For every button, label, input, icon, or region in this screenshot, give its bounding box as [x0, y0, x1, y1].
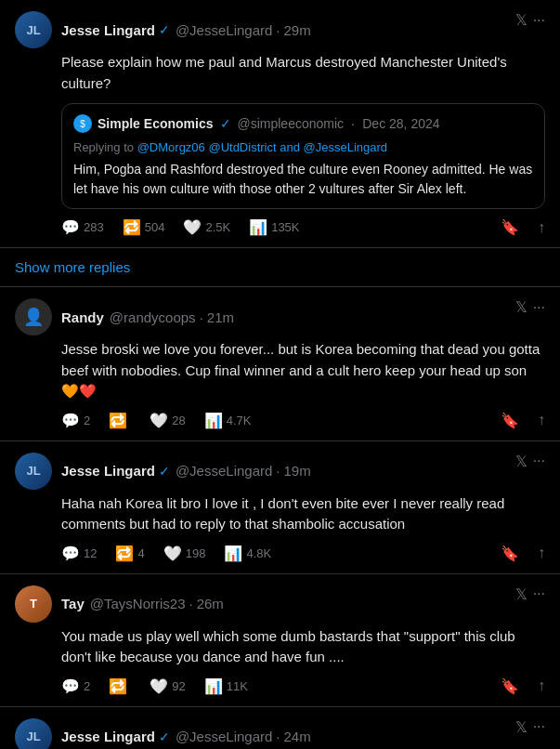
display-name: Jesse Lingard	[61, 463, 155, 479]
comment-stat[interactable]: 💬 283	[61, 218, 104, 236]
quoted-verified-icon: ✓	[220, 114, 231, 134]
x-icon: 𝕏	[515, 298, 527, 316]
views-icon: 📊	[204, 412, 223, 429]
views-count: 4.7K	[227, 414, 252, 427]
display-name: Jesse Lingard	[61, 22, 155, 38]
tweet-body: Jesse broski we love you forever... but …	[15, 339, 545, 402]
more-options-icon[interactable]: ···	[533, 453, 545, 469]
more-options-icon[interactable]: ···	[533, 12, 545, 29]
share-icon: ↑	[538, 545, 545, 561]
views-stat[interactable]: 📊 4.8K	[224, 545, 271, 562]
feed-container: JL Jesse Lingard ✓ @JesseLingard · 29m 𝕏…	[0, 0, 560, 749]
views-stat[interactable]: 📊 11K	[204, 677, 248, 695]
display-name: Tay	[61, 596, 85, 611]
like-stat[interactable]: 🤍 28	[150, 412, 185, 429]
tweet-header-left: JL Jesse Lingard ✓ @JesseLingard · 19m	[15, 453, 515, 490]
tweet-time: 21m	[207, 309, 234, 325]
user-info: Jesse Lingard ✓ @JesseLingard · 24m	[61, 729, 311, 744]
x-icon: 𝕏	[515, 585, 527, 603]
bookmark-stat[interactable]: 🔖	[501, 218, 519, 236]
tweet-header: JL Jesse Lingard ✓ @JesseLingard · 24m 𝕏…	[15, 718, 545, 750]
bookmark-stat[interactable]: 🔖	[501, 412, 519, 429]
x-icon: 𝕏	[515, 11, 527, 29]
show-more-replies[interactable]: Show more replies	[0, 248, 560, 287]
tweet-header: JL Jesse Lingard ✓ @JesseLingard · 19m 𝕏…	[15, 453, 545, 490]
retweet-count: 4	[137, 546, 144, 560]
more-options-icon[interactable]: ···	[533, 299, 545, 316]
share-stat[interactable]: ↑	[538, 677, 545, 694]
quoted-display-name: Simple Economics	[98, 114, 213, 134]
x-icon: 𝕏	[515, 718, 527, 736]
retweet-icon: 🔁	[109, 412, 127, 429]
retweet-stat[interactable]: 🔁 4	[115, 545, 144, 562]
share-stat[interactable]: ↑	[538, 412, 545, 428]
comment-count: 283	[84, 220, 104, 234]
like-stat[interactable]: 🤍 2.5K	[183, 218, 230, 236]
like-count: 2.5K	[205, 220, 230, 234]
display-name: Randy	[61, 309, 104, 325]
verified-icon: ✓	[159, 22, 170, 37]
retweet-stat[interactable]: 🔁	[109, 677, 131, 695]
bookmark-stat[interactable]: 🔖	[501, 677, 519, 695]
retweet-icon: 🔁	[123, 218, 141, 236]
like-stat[interactable]: 🤍 92	[150, 677, 185, 695]
comment-icon: 💬	[61, 218, 80, 236]
tweet-stats: 💬 2 🔁 🤍 28 📊 4.7K 🔖 ↑	[15, 412, 545, 429]
views-stat[interactable]: 📊 4.7K	[204, 412, 252, 429]
views-count: 4.8K	[246, 546, 271, 560]
like-stat[interactable]: 🤍 198	[163, 545, 206, 562]
views-count: 11K	[227, 679, 248, 693]
tweet-time: 24m	[284, 729, 311, 744]
tweet-actions: 𝕏 ···	[515, 585, 545, 603]
tweet-text: Haha nah Korea lit bro I love it , I don…	[61, 495, 504, 532]
quoted-tweet[interactable]: $ Simple Economics ✓ @simpleeconomic · D…	[61, 103, 545, 209]
tweet-header-left: JL Jesse Lingard ✓ @JesseLingard · 24m	[15, 718, 515, 750]
views-icon: 📊	[204, 677, 223, 695]
share-icon: ↑	[538, 219, 545, 236]
comment-stat[interactable]: 💬 2	[61, 412, 90, 429]
share-stat[interactable]: ↑	[538, 219, 545, 236]
retweet-stat[interactable]: 🔁	[109, 412, 131, 429]
bookmark-icon: 🔖	[501, 545, 519, 562]
retweet-stat[interactable]: 🔁 504	[123, 218, 165, 236]
retweet-count: 504	[145, 220, 165, 234]
quoted-text: Him, Pogba and Rashford destroyed the cu…	[73, 160, 533, 199]
tweet-actions: 𝕏 ···	[515, 453, 545, 470]
comment-stat[interactable]: 💬 2	[61, 677, 90, 695]
tweet-actions: 𝕏 ···	[515, 11, 545, 29]
comment-icon: 💬	[61, 412, 80, 429]
comment-icon: 💬	[61, 545, 80, 562]
comment-icon: 💬	[61, 677, 80, 695]
tweet-body: You made us play well which some dumb ba…	[15, 626, 545, 668]
more-options-icon[interactable]: ···	[533, 718, 545, 735]
user-info: Randy @randycoops · 21m	[61, 309, 234, 325]
views-stat[interactable]: 📊 135K	[249, 218, 299, 236]
tweet-time: 26m	[197, 596, 224, 611]
tweet-time: 19m	[284, 463, 311, 479]
tweet-body: Please explain how me paul and Marcus de…	[15, 52, 545, 209]
bookmark-stat[interactable]: 🔖	[501, 545, 519, 562]
tweet-stats: 💬 12 🔁 4 🤍 198 📊 4.8K 🔖 ↑	[15, 545, 545, 562]
tweet-text: You made us play well which some dumb ba…	[61, 628, 515, 665]
share-stat[interactable]: ↑	[538, 545, 545, 561]
like-icon: 🤍	[150, 677, 168, 695]
more-options-icon[interactable]: ···	[533, 585, 545, 602]
username: @JesseLingard	[176, 22, 272, 38]
quoted-reply-handles: @DMorgz06 @UtdDistrict and @JesseLingard	[137, 140, 387, 154]
tweet-stats: 💬 2 🔁 🤍 92 📊 11K 🔖 ↑	[15, 677, 545, 695]
x-icon: 𝕏	[515, 453, 527, 470]
bookmark-icon: 🔖	[501, 677, 519, 695]
display-name: Jesse Lingard	[61, 729, 155, 744]
retweet-icon: 🔁	[109, 677, 127, 695]
like-count: 28	[172, 414, 185, 427]
bookmark-icon: 🔖	[501, 412, 519, 429]
show-more-link[interactable]: Show more replies	[15, 259, 130, 275]
comment-stat[interactable]: 💬 12	[61, 545, 97, 562]
quoted-replying: Replying to @DMorgz06 @UtdDistrict and @…	[73, 138, 533, 157]
comment-count: 12	[84, 546, 97, 560]
comment-count: 2	[84, 414, 90, 427]
tweet-jesse-3: JL Jesse Lingard ✓ @JesseLingard · 24m 𝕏…	[0, 707, 560, 750]
username: @JesseLingard	[176, 463, 272, 479]
tweet-header: T Tay @TaysNorris23 · 26m 𝕏 ···	[15, 585, 545, 623]
tweet-header-left: 👤 Randy @randycoops · 21m	[15, 298, 515, 335]
